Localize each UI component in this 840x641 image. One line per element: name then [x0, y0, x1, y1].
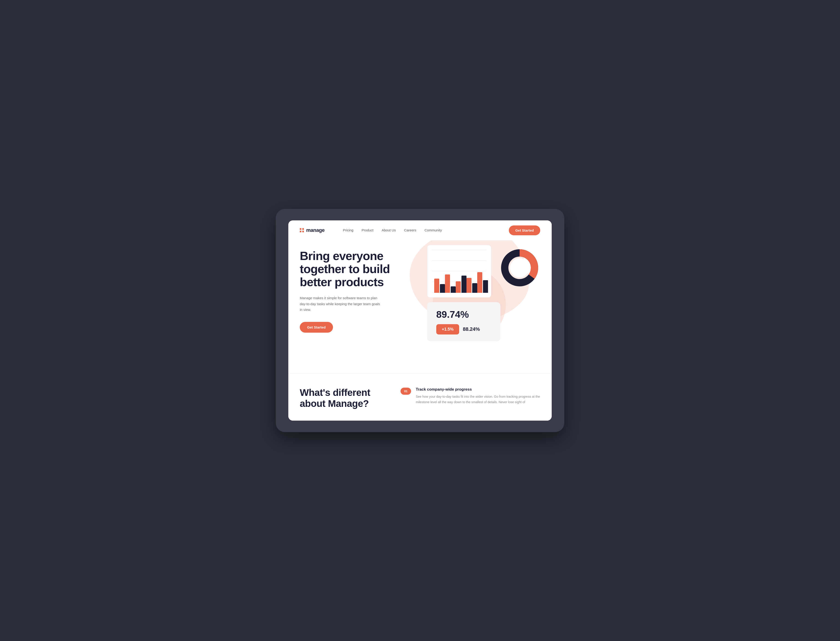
- stat-row: +1.5% 88.24%: [436, 324, 491, 335]
- navbar: manage Pricing Product About Us Careers …: [288, 221, 552, 240]
- bar-group: [445, 274, 456, 293]
- bar-chart-card: [427, 245, 491, 298]
- features-title: What's different about Manage?: [300, 387, 387, 409]
- hero-get-started-button[interactable]: Get Started: [300, 322, 333, 333]
- nav-careers[interactable]: Careers: [404, 228, 416, 232]
- nav-get-started-button[interactable]: Get Started: [509, 225, 540, 235]
- features-left: What's different about Manage?: [300, 387, 387, 409]
- features-section: What's different about Manage? 01 Track …: [288, 373, 552, 421]
- feature-title: Track company-wide progress: [416, 387, 540, 392]
- feature-content: Track company-wide progress See how your…: [416, 387, 540, 405]
- stat-secondary-value: 88.24%: [463, 326, 480, 332]
- stat-badge: +1.5%: [436, 324, 459, 335]
- bar-orange: [466, 278, 472, 293]
- nav-community[interactable]: Community: [425, 228, 442, 232]
- bar-navy: [472, 283, 477, 293]
- hero-content: Bring everyone together to build better …: [300, 250, 410, 333]
- bar-navy: [461, 275, 466, 293]
- brand-name: manage: [306, 227, 324, 233]
- bar-navy: [440, 284, 445, 293]
- logo[interactable]: manage: [300, 227, 324, 233]
- device-frame: manage Pricing Product About Us Careers …: [276, 209, 564, 432]
- bar-orange: [445, 274, 450, 293]
- donut-chart-svg: [499, 247, 540, 288]
- logo-dots-icon: [300, 228, 304, 232]
- nav-links: Pricing Product About Us Careers Communi…: [343, 228, 442, 232]
- bar-chart-area: [432, 250, 487, 293]
- bar-navy: [451, 287, 456, 293]
- nav-cta-wrapper: Get Started: [509, 225, 540, 235]
- hero-description: Manage makes it simple for software team…: [300, 295, 382, 313]
- nav-about-us[interactable]: About Us: [382, 228, 396, 232]
- browser-window: manage Pricing Product About Us Careers …: [288, 221, 552, 421]
- stats-card: 89.74% +1.5% 88.24%: [427, 302, 500, 341]
- donut-chart-card: [497, 245, 543, 291]
- bar-group: [434, 279, 445, 293]
- feature-number: 01: [400, 388, 411, 395]
- bar-group: [477, 272, 488, 293]
- hero-charts: 89.74% +1.5% 88.24%: [427, 245, 543, 341]
- features-right: 01 Track company-wide progress See how y…: [400, 387, 540, 405]
- bar-group: [466, 278, 477, 293]
- bar-orange: [456, 281, 461, 293]
- chart-top-row: [427, 245, 543, 298]
- bar-group: [456, 275, 466, 293]
- bar-orange: [477, 272, 482, 293]
- bar-navy: [483, 280, 488, 293]
- hero-section: Bring everyone together to build better …: [288, 240, 552, 373]
- nav-product[interactable]: Product: [361, 228, 374, 232]
- bar-orange: [434, 279, 439, 293]
- nav-pricing[interactable]: Pricing: [343, 228, 353, 232]
- hero-title: Bring everyone together to build better …: [300, 250, 410, 289]
- stat-main-value: 89.74%: [436, 309, 491, 320]
- feature-description: See how your day-to-day tasks fit into t…: [416, 394, 540, 405]
- svg-point-2: [510, 258, 529, 277]
- feature-item: 01 Track company-wide progress See how y…: [400, 387, 540, 405]
- bars-container: [432, 250, 487, 293]
